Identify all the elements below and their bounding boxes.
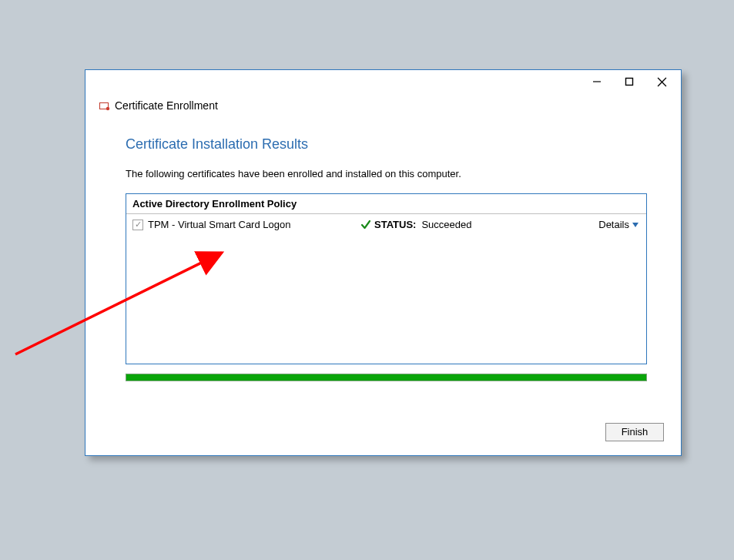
dialog-footer: Finish <box>85 397 681 455</box>
window-title-row: Certificate Enrollment <box>85 93 681 113</box>
minimize-button[interactable] <box>581 72 613 92</box>
window-title: Certificate Enrollment <box>115 99 218 112</box>
titlebar <box>85 70 681 93</box>
policy-panel: Active Directory Enrollment Policy ✓ TPM… <box>126 193 647 364</box>
dialog-window: Certificate Enrollment Certificate Insta… <box>85 69 682 456</box>
policy-header: Active Directory Enrollment Policy <box>126 194 646 214</box>
certificate-template-name: TPM - Virtual Smart Card Logon <box>148 219 356 230</box>
page-heading: Certificate Installation Results <box>126 136 647 153</box>
content-area: Certificate Installation Results The fol… <box>85 113 681 397</box>
svg-rect-1 <box>626 79 633 86</box>
maximize-icon <box>625 77 634 86</box>
details-toggle[interactable]: Details <box>598 219 638 230</box>
progress-bar <box>126 374 647 381</box>
svg-point-5 <box>106 107 109 110</box>
details-label: Details <box>598 219 629 230</box>
status-cell: STATUS: Succeeded <box>360 219 594 230</box>
chevron-down-icon <box>632 223 638 227</box>
minimize-icon <box>592 77 602 86</box>
policy-row: ✓ TPM - Virtual Smart Card Logon STATUS:… <box>126 214 646 235</box>
close-button[interactable] <box>645 72 678 92</box>
success-check-icon <box>360 220 371 230</box>
page-subtext: The following certificates have been enr… <box>126 168 647 179</box>
maximize-button[interactable] <box>613 72 645 92</box>
close-icon <box>657 77 667 87</box>
certificate-icon <box>99 101 110 110</box>
finish-button[interactable]: Finish <box>605 423 664 441</box>
status-label: STATUS: <box>374 219 416 230</box>
status-value: Succeeded <box>421 219 471 230</box>
checkbox-icon: ✓ <box>132 220 143 230</box>
